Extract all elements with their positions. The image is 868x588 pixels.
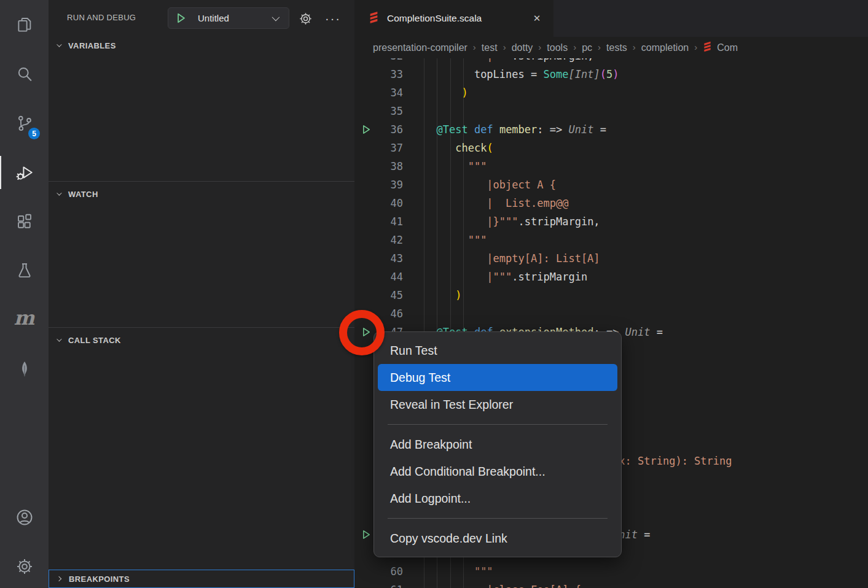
code-line-39[interactable]: 39 |object A { <box>354 176 868 194</box>
breadcrumb-separator-icon: › <box>503 42 506 52</box>
extensions-icon <box>15 212 34 231</box>
configure-gear-icon[interactable] <box>297 10 314 27</box>
code-line-44[interactable]: 44 |""".stripMargin <box>354 268 868 286</box>
gutter <box>354 341 372 360</box>
line-content: ) <box>403 286 868 304</box>
start-debug-play-icon[interactable] <box>175 12 187 24</box>
code-line-46[interactable]: 46 <box>354 304 868 323</box>
menu-item-run-test[interactable]: Run Test <box>374 337 621 364</box>
breakpoints-section-header[interactable]: BREAKPOINTS <box>49 571 354 586</box>
sidebar-header: RUN AND DEBUG Untitled ··· <box>49 5 354 32</box>
menu-item-add-conditional-breakpoint[interactable]: Add Conditional Breakpoint... <box>374 458 621 485</box>
chevron-down-icon <box>54 41 63 50</box>
activitybar-testing[interactable] <box>0 253 49 288</box>
breadcrumb-separator-icon: › <box>598 42 601 52</box>
menu-separator <box>388 518 608 519</box>
gutter <box>354 194 372 212</box>
line-content: |}""".stripMargin, <box>403 212 868 231</box>
breadcrumb-item-pc[interactable]: pc <box>582 42 592 53</box>
code-line-40[interactable]: 40 | List.emp@@ <box>354 194 868 212</box>
code-line-42[interactable]: 42 """ <box>354 231 868 249</box>
line-number: 35 <box>372 102 403 120</box>
code-line-32[interactable]: 32 |""".stripMargin, <box>354 58 868 65</box>
gutter <box>354 157 372 176</box>
run-test-gutter-icon[interactable] <box>354 525 372 544</box>
line-content: | List.emp@@ <box>403 194 868 212</box>
activitybar-run-and-debug[interactable] <box>0 155 49 190</box>
breadcrumb-item-completion[interactable]: completion <box>641 42 689 53</box>
activitybar-mongodb[interactable] <box>0 351 49 387</box>
variables-section-label: VARIABLES <box>68 41 116 50</box>
menu-item-debug-test[interactable]: Debug Test <box>378 364 617 391</box>
activitybar-settings[interactable] <box>0 549 49 584</box>
breadcrumb-item-tests[interactable]: tests <box>606 42 627 53</box>
gutter <box>354 433 372 452</box>
mongodb-leaf-icon <box>15 360 34 378</box>
close-icon[interactable]: ✕ <box>530 12 544 25</box>
activitybar-search[interactable] <box>0 56 49 92</box>
code-line-33[interactable]: 33 topLines = Some[Int](5) <box>354 65 868 83</box>
breadcrumb-item-tools[interactable]: tools <box>547 42 568 53</box>
code-line-61[interactable]: 61 |class Foo[A] { <box>354 581 868 588</box>
line-number: 44 <box>372 268 403 286</box>
line-number: 34 <box>372 83 403 102</box>
gutter <box>354 562 372 581</box>
gutter <box>354 249 372 268</box>
code-line-35[interactable]: 35 <box>354 102 868 120</box>
gutter <box>354 176 372 194</box>
scala-icon <box>369 10 379 26</box>
line-content: |""".stripMargin, <box>403 58 868 65</box>
search-icon <box>15 65 34 83</box>
line-content: """ <box>403 157 868 176</box>
watch-section-header[interactable]: WATCH <box>49 187 354 201</box>
beaker-icon <box>15 261 34 280</box>
chevron-down-icon <box>272 14 280 21</box>
breadcrumb-item-presentation-compiler[interactable]: presentation-compiler <box>373 42 467 53</box>
chevron-down-icon <box>54 190 63 198</box>
menu-item-add-breakpoint[interactable]: Add Breakpoint <box>374 431 621 458</box>
code-line-37[interactable]: 37 check( <box>354 139 868 157</box>
gutter <box>354 212 372 231</box>
activitybar-extensions[interactable] <box>0 204 49 239</box>
line-number: 36 <box>372 120 403 139</box>
code-line-38[interactable]: 38 """ <box>354 157 868 176</box>
activitybar-metals[interactable]: m <box>0 302 49 338</box>
code-line-60[interactable]: 60 """ <box>354 562 868 581</box>
breadcrumb-separator-icon: › <box>538 42 541 52</box>
gutter <box>354 489 372 507</box>
menu-item-copy-vscode-dev-link[interactable]: Copy vscode.dev Link <box>374 525 621 552</box>
line-number: 42 <box>372 231 403 249</box>
menu-item-add-logpoint[interactable]: Add Logpoint... <box>374 485 621 512</box>
call-stack-section-header[interactable]: CALL STACK <box>49 333 354 347</box>
section-watch: WATCH <box>49 181 354 201</box>
run-test-gutter-icon[interactable] <box>354 120 372 139</box>
line-content: ) <box>403 83 868 102</box>
breadcrumb-item-dotty[interactable]: dotty <box>512 42 533 53</box>
activitybar-explorer[interactable] <box>0 7 49 43</box>
breadcrumb-item-test[interactable]: test <box>482 42 498 53</box>
more-actions-icon[interactable]: ··· <box>324 10 342 27</box>
gutter <box>354 415 372 433</box>
account-icon <box>15 508 34 527</box>
section-variables: VARIABLES <box>49 38 354 53</box>
breadcrumb: presentation-compiler›test›dotty›tools›p… <box>354 37 868 58</box>
code-line-34[interactable]: 34 ) <box>354 83 868 102</box>
context-menu: Run TestDebug TestReveal in Test Explore… <box>373 331 622 557</box>
menu-item-reveal-in-test-explorer[interactable]: Reveal in Test Explorer <box>374 391 621 418</box>
code-line-43[interactable]: 43 |empty[A]: List[A] <box>354 249 868 268</box>
activitybar-accounts[interactable] <box>0 500 49 535</box>
activity-bar: 5 m <box>0 0 49 588</box>
tab-completionsuite[interactable]: CompletionSuite.scala ✕ <box>354 0 553 37</box>
activitybar-source-control[interactable]: 5 <box>0 106 49 141</box>
line-content: check( <box>403 139 868 157</box>
gutter <box>354 268 372 286</box>
variables-section-header[interactable]: VARIABLES <box>49 38 354 53</box>
code-line-45[interactable]: 45 ) <box>354 286 868 304</box>
breadcrumb-item-com[interactable]: Com <box>703 41 738 55</box>
breadcrumb-separator-icon: › <box>473 42 476 52</box>
code-line-36[interactable]: 36 @Test def member: => Unit = <box>354 120 868 139</box>
code-line-41[interactable]: 41 |}""".stripMargin, <box>354 212 868 231</box>
breadcrumb-separator-icon: › <box>633 42 636 52</box>
launch-config-dropdown[interactable]: Untitled <box>168 7 289 29</box>
run-test-gutter-icon[interactable] <box>354 323 372 341</box>
